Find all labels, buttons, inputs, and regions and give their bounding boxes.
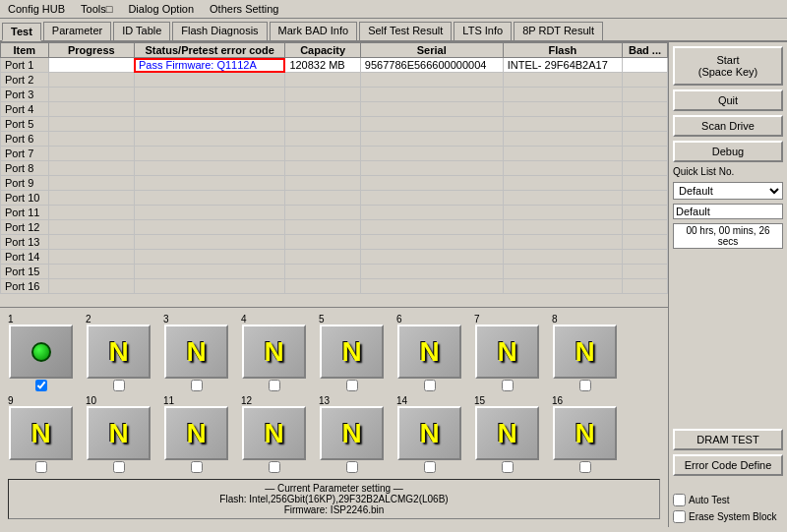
drive-icon[interactable]: N bbox=[397, 406, 461, 460]
drive-icon[interactable]: N bbox=[475, 406, 539, 460]
drive-slot: 15N bbox=[470, 395, 544, 473]
menu-others-setting[interactable]: Others Setting bbox=[206, 2, 282, 16]
drive-icon[interactable]: N bbox=[320, 325, 384, 379]
cell-bad bbox=[623, 265, 668, 279]
drive-checkbox[interactable] bbox=[424, 461, 436, 473]
menu-dialog-option[interactable]: Dialog Option bbox=[124, 2, 198, 16]
cell-capacity bbox=[285, 102, 360, 117]
drive-icon[interactable]: N bbox=[397, 325, 461, 379]
drive-slot: 9N bbox=[4, 395, 78, 473]
drive-icon[interactable] bbox=[9, 325, 73, 379]
active-indicator bbox=[31, 342, 51, 362]
tab-flash-diagnosis[interactable]: Flash Diagnosis bbox=[172, 22, 267, 40]
drive-checkbox[interactable] bbox=[113, 380, 125, 391]
drive-icon[interactable]: N bbox=[242, 325, 306, 379]
cell-capacity: 120832 MB bbox=[285, 58, 360, 73]
drive-icon[interactable]: N bbox=[553, 406, 617, 460]
drive-icon[interactable]: N bbox=[164, 325, 228, 379]
drive-checkbox[interactable] bbox=[269, 380, 280, 391]
scan-drive-button[interactable]: Scan Drive bbox=[673, 115, 783, 137]
drive-checkbox[interactable] bbox=[579, 461, 591, 473]
sidebar: Start(Space Key) Quit Scan Drive Debug Q… bbox=[669, 42, 787, 527]
col-progress: Progress bbox=[48, 43, 134, 58]
param-line1: Flash: Intel,256Gbit(16KP),29F32B2ALCMG2… bbox=[17, 494, 651, 504]
drive-checkbox[interactable] bbox=[346, 380, 358, 391]
start-button[interactable]: Start(Space Key) bbox=[673, 46, 783, 86]
table-row: Port 4 bbox=[1, 102, 668, 117]
cell-status bbox=[134, 102, 284, 117]
drive-icon[interactable]: N bbox=[475, 325, 539, 379]
drive-checkbox[interactable] bbox=[502, 380, 514, 391]
dram-test-button[interactable]: DRAM TEST bbox=[673, 429, 783, 450]
drive-checkbox[interactable] bbox=[113, 461, 125, 473]
drive-checkbox[interactable] bbox=[502, 461, 514, 473]
n-letter: N bbox=[497, 418, 516, 449]
drive-icon[interactable]: N bbox=[320, 406, 384, 460]
tab-lts-info[interactable]: LTS Info bbox=[454, 22, 512, 40]
tab-id-table[interactable]: ID Table bbox=[113, 22, 170, 40]
quit-button[interactable]: Quit bbox=[673, 89, 783, 111]
cell-capacity bbox=[285, 250, 360, 265]
tab-8p-rdt-result[interactable]: 8P RDT Result bbox=[514, 22, 603, 40]
col-bad: Bad ... bbox=[623, 43, 668, 58]
cell-bad bbox=[623, 117, 668, 132]
cell-item: Port 8 bbox=[1, 161, 49, 176]
drive-checkbox[interactable] bbox=[424, 380, 436, 391]
menu-config-hub[interactable]: Config HUB bbox=[4, 2, 69, 16]
drive-number: 13 bbox=[319, 395, 330, 406]
cell-item: Port 4 bbox=[1, 102, 49, 117]
default-field[interactable] bbox=[673, 204, 783, 219]
drive-checkbox[interactable] bbox=[579, 380, 591, 391]
drive-slot: 4N bbox=[237, 314, 311, 391]
menu-tools[interactable]: Tools□ bbox=[77, 2, 116, 16]
drive-icon[interactable]: N bbox=[9, 406, 73, 460]
cell-capacity bbox=[285, 279, 360, 294]
drive-icon[interactable]: N bbox=[242, 406, 306, 460]
cell-progress bbox=[48, 176, 134, 191]
drive-slot: 1 bbox=[4, 314, 78, 391]
drive-icon[interactable]: N bbox=[164, 406, 228, 460]
drive-number: 8 bbox=[552, 314, 558, 325]
drive-checkbox[interactable] bbox=[191, 461, 203, 473]
drive-icon[interactable]: N bbox=[553, 325, 617, 379]
drive-slot: 10N bbox=[82, 395, 155, 473]
col-status: Status/Pretest error code bbox=[134, 43, 284, 58]
cell-flash bbox=[503, 220, 622, 235]
cell-item: Port 16 bbox=[1, 279, 49, 294]
debug-button[interactable]: Debug bbox=[673, 141, 783, 162]
drive-checkbox[interactable] bbox=[269, 461, 280, 473]
cell-flash bbox=[503, 250, 622, 265]
cell-status bbox=[134, 88, 284, 102]
auto-test-checkbox[interactable] bbox=[673, 494, 686, 506]
quick-list-dropdown[interactable]: Default bbox=[673, 182, 783, 200]
drive-slot: 3N bbox=[159, 314, 233, 391]
drive-checkbox[interactable] bbox=[35, 380, 47, 391]
cell-progress bbox=[48, 220, 134, 235]
cell-bad bbox=[623, 73, 668, 88]
cell-bad bbox=[623, 102, 668, 117]
table-row: Port 12 bbox=[1, 220, 668, 235]
n-letter: N bbox=[264, 418, 283, 449]
drive-checkbox[interactable] bbox=[346, 461, 358, 473]
drive-slot: 16N bbox=[548, 395, 622, 473]
table-row: Port 7 bbox=[1, 147, 668, 161]
drive-icon[interactable]: N bbox=[87, 325, 151, 379]
n-letter: N bbox=[186, 336, 206, 368]
drive-icon[interactable]: N bbox=[87, 406, 151, 460]
cell-bad bbox=[623, 58, 668, 73]
tab-test[interactable]: Test bbox=[2, 23, 41, 41]
drive-checkbox[interactable] bbox=[191, 380, 203, 391]
col-capacity: Capacity bbox=[285, 43, 360, 58]
n-letter: N bbox=[186, 418, 206, 449]
drive-checkbox[interactable] bbox=[35, 461, 47, 473]
cell-flash bbox=[503, 147, 622, 161]
error-code-button[interactable]: Error Code Define bbox=[673, 454, 783, 476]
tab-parameter[interactable]: Parameter bbox=[43, 22, 111, 40]
tab-self-test-result[interactable]: Self Test Result bbox=[359, 22, 452, 40]
tab-mark-bad-info[interactable]: Mark BAD Info bbox=[270, 22, 358, 40]
param-line2: Firmware: ISP2246.bin bbox=[17, 504, 651, 515]
cell-capacity bbox=[285, 220, 360, 235]
cell-bad bbox=[623, 191, 668, 206]
table-row: Port 1Pass Firmware: Q1112A120832 MB9567… bbox=[1, 58, 668, 73]
erase-system-checkbox[interactable] bbox=[673, 510, 686, 523]
